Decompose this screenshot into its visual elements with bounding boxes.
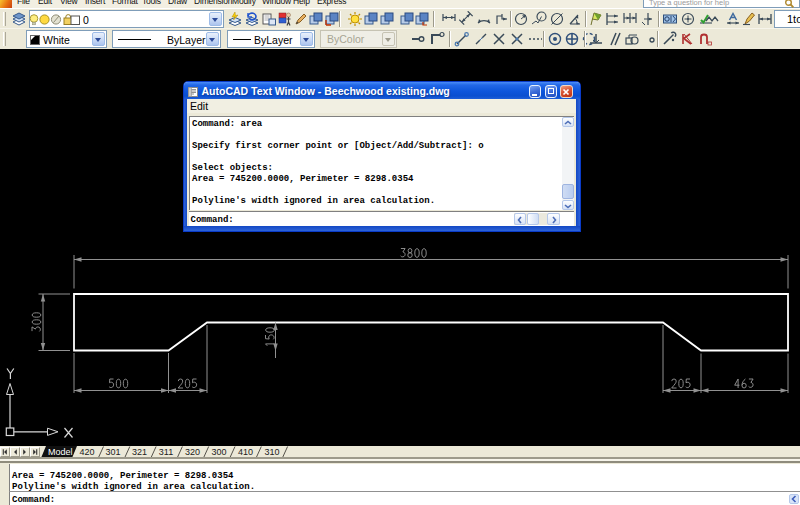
svg-text:410: 410 — [238, 447, 253, 457]
svg-text:321: 321 — [132, 447, 147, 457]
svg-text:311: 311 — [159, 447, 173, 457]
svg-text:310: 310 — [264, 447, 279, 457]
svg-text:420: 420 — [79, 447, 94, 457]
svg-text:Model: Model — [48, 447, 73, 457]
svg-text:320: 320 — [185, 447, 200, 457]
svg-text:300: 300 — [211, 447, 226, 457]
svg-text:301: 301 — [105, 447, 120, 457]
